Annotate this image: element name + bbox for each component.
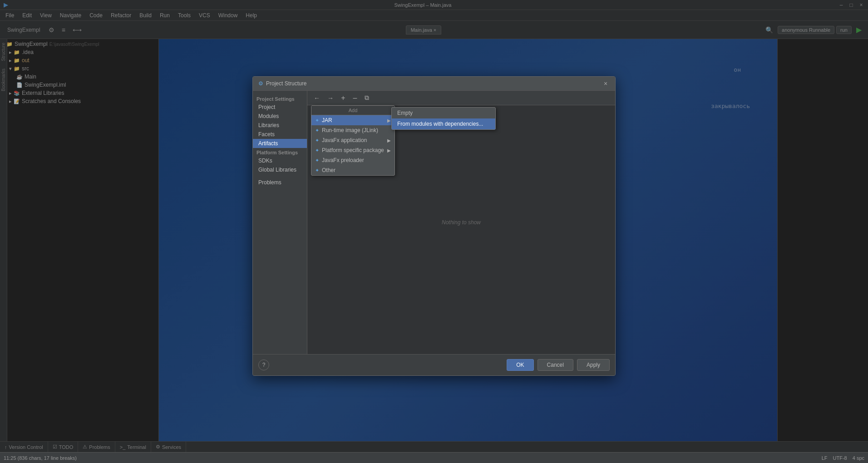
problems-section: Problems: [253, 178, 307, 187]
nav-project[interactable]: Project: [253, 103, 307, 112]
copy-artifact-button[interactable]: ⧉: [362, 93, 372, 103]
jar-submenu: Empty From modules with dependencies...: [391, 107, 496, 130]
cancel-button[interactable]: Cancel: [538, 359, 573, 371]
nav-artifacts[interactable]: Artifacts: [253, 139, 307, 148]
nav-global-libraries[interactable]: Global Libraries: [253, 165, 307, 174]
javafx-app-label: JavaFx application: [322, 137, 367, 143]
javafx-preloader-icon: ✦: [315, 158, 319, 163]
nav-modules[interactable]: Modules: [253, 112, 307, 121]
nav-sdks[interactable]: SDKs: [253, 156, 307, 165]
ok-button[interactable]: OK: [507, 359, 533, 371]
dropdown-jar[interactable]: ✦ JAR ▶: [311, 115, 395, 125]
status-encoding[interactable]: UTF-8: [833, 455, 847, 461]
runtime-image-icon: ✦: [315, 128, 319, 133]
dialog-nav: Project Settings Project Modules Librari…: [253, 91, 307, 354]
dropdown-runtime-image[interactable]: ✦ Run-time image (JLink): [311, 125, 395, 135]
nav-libraries[interactable]: Libraries: [253, 121, 307, 130]
dialog-content: ← → + – ⧉ Add ✦ JAR ▶: [307, 91, 615, 354]
apply-button[interactable]: Apply: [577, 359, 610, 371]
platform-settings-label: Platform Settings: [253, 148, 307, 156]
status-position: 11:25 (836 chars, 17 line breaks): [4, 455, 77, 461]
forward-button[interactable]: →: [325, 94, 336, 103]
dialog-body: Project Settings Project Modules Librari…: [253, 91, 615, 354]
status-bar: 11:25 (836 chars, 17 line breaks) LF UTF…: [0, 452, 868, 463]
other-label: Other: [322, 167, 335, 173]
dropdown-other[interactable]: ✦ Other: [311, 165, 395, 175]
runtime-image-label: Run-time image (JLink): [322, 127, 378, 133]
remove-artifact-button[interactable]: –: [350, 93, 360, 103]
javafx-preloader-label: JavaFx preloader: [322, 157, 364, 163]
add-artifact-button[interactable]: +: [338, 93, 348, 103]
back-button[interactable]: ←: [311, 94, 323, 103]
javafx-app-icon: ✦: [315, 138, 319, 143]
submenu-empty[interactable]: Empty: [392, 108, 495, 118]
dialog-footer: ? OK Cancel Apply: [253, 354, 615, 375]
dialog-title-label: Project Structure: [266, 80, 306, 87]
status-right: LF UTF-8 4 spc: [822, 455, 864, 461]
platform-package-icon: ✦: [315, 148, 319, 153]
add-dropdown-menu: Add ✦ JAR ▶ ✦ Run-time image (JLink): [311, 105, 395, 176]
jar-arrow-icon: ▶: [387, 118, 391, 123]
status-line-ending[interactable]: LF: [822, 455, 828, 461]
dropdown-platform-package[interactable]: ✦ Platform specific package ▶: [311, 145, 395, 155]
jar-label: JAR: [322, 117, 332, 123]
status-indent[interactable]: 4 spc: [853, 455, 864, 461]
platform-package-arrow-icon: ▶: [387, 148, 391, 153]
project-structure-dialog: ⚙ Project Structure × Project Settings P…: [252, 76, 616, 376]
dialog-close-button[interactable]: ×: [602, 79, 610, 88]
nothing-to-show-label: Nothing to show: [442, 219, 481, 226]
dialog-content-toolbar: ← → + – ⧉: [307, 91, 615, 105]
dropdown-header: Add: [311, 106, 395, 115]
dialog-overlay: ⚙ Project Structure × Project Settings P…: [0, 0, 868, 452]
dropdown-javafx-app[interactable]: ✦ JavaFx application ▶: [311, 135, 395, 145]
other-icon: ✦: [315, 167, 319, 173]
jar-icon: ✦: [315, 118, 319, 123]
platform-package-label: Platform specific package: [322, 147, 384, 153]
dialog-title-icon: ⚙: [258, 80, 263, 87]
dropdown-javafx-preloader[interactable]: ✦ JavaFx preloader: [311, 155, 395, 165]
submenu-from-modules[interactable]: From modules with dependencies...: [392, 118, 495, 129]
dialog-title-bar: ⚙ Project Structure ×: [253, 77, 615, 91]
javafx-app-arrow-icon: ▶: [387, 138, 391, 143]
project-settings-label: Project Settings: [253, 94, 307, 103]
nav-facets[interactable]: Facets: [253, 130, 307, 139]
nav-problems[interactable]: Problems: [253, 178, 307, 187]
help-button[interactable]: ?: [258, 360, 269, 370]
